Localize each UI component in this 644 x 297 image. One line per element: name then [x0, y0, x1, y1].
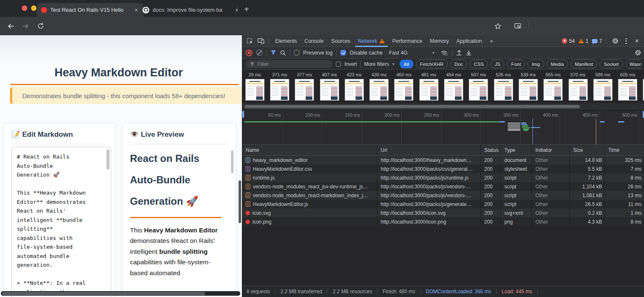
request-name-cell[interactable]: runtime.js — [242, 173, 377, 182]
request-size-cell[interactable]: 4.3 kB — [570, 217, 605, 226]
export-har-icon[interactable] — [466, 50, 472, 56]
filmstrip-frame[interactable]: 555 ms — [541, 70, 566, 101]
request-size-cell[interactable]: 1,081 kB — [570, 191, 605, 200]
request-name-cell[interactable]: icon.svg — [242, 208, 377, 217]
frame-screenshot[interactable] — [444, 79, 463, 101]
close-devtools-icon[interactable]: × — [632, 36, 642, 46]
filmstrip-frame[interactable]: 460 ms — [392, 70, 416, 101]
request-url-cell[interactable]: http://localhost:3000/icon.svg — [377, 208, 481, 217]
request-type-cell[interactable]: document — [501, 156, 532, 164]
filmstrip-frame[interactable]: 407 ms — [317, 70, 342, 101]
filmstrip-frame[interactable] — [640, 70, 644, 101]
request-initiator-cell[interactable]: Other — [532, 200, 570, 208]
more-filters-button[interactable]: More filters — [364, 61, 389, 67]
page-horizontal-scrollbar[interactable] — [1, 291, 240, 296]
request-type-cell[interactable]: script — [501, 191, 532, 200]
request-status-cell[interactable]: 200 — [481, 182, 501, 191]
request-initiator-cell[interactable]: Other — [532, 217, 570, 226]
filmstrip-frame[interactable]: 29 ms — [242, 70, 267, 101]
resource-type-chip[interactable]: All — [400, 60, 413, 68]
frame-screenshot[interactable] — [593, 79, 613, 101]
frame-screenshot[interactable] — [569, 79, 588, 101]
new-tab-button[interactable]: + — [242, 4, 252, 14]
chevron-down-icon[interactable]: ▾ — [432, 50, 434, 55]
request-status-cell[interactable]: 200 — [481, 156, 501, 164]
request-name-cell[interactable]: vendors-node_modules_react_jsx-dev-runti… — [242, 182, 377, 191]
search-icon[interactable] — [280, 50, 286, 56]
filmstrip-frame[interactable]: 570 ms — [566, 70, 590, 101]
request-initiator-cell[interactable]: Other — [532, 164, 570, 173]
devtools-menu-icon[interactable] — [621, 36, 631, 46]
request-time-cell[interactable]: 13 ms — [605, 191, 644, 200]
resource-type-chip[interactable]: Font — [507, 60, 525, 68]
frame-screenshot[interactable] — [494, 79, 513, 101]
request-type-cell[interactable]: stylesheet — [501, 164, 532, 173]
request-row[interactable]: vendors-node_modules_react_jsx-dev-runti… — [242, 182, 644, 191]
request-initiator-cell[interactable]: Other — [532, 182, 570, 191]
request-row[interactable]: HeavyMarkdownEditor.css http://localhost… — [242, 164, 644, 173]
network-conditions-icon[interactable] — [441, 50, 448, 56]
filmstrip-frame[interactable]: 439 ms — [366, 70, 391, 101]
request-time-cell[interactable]: 1 ms — [605, 208, 644, 217]
filmstrip-frame[interactable]: 494 ms — [441, 70, 466, 101]
clear-network-log-icon[interactable] — [256, 50, 262, 56]
request-initiator-cell[interactable]: Other — [532, 173, 570, 182]
frame-screenshot[interactable] — [345, 79, 364, 101]
resource-type-chip[interactable]: CSS — [470, 60, 488, 68]
request-size-cell[interactable]: 1,104 kB — [570, 182, 605, 191]
request-type-cell[interactable]: script — [501, 200, 532, 208]
filter-funnel-icon[interactable] — [270, 50, 276, 55]
bookmark-star-icon[interactable] — [492, 21, 503, 31]
request-url-cell[interactable]: http://localhost:3000/icon.png — [377, 217, 481, 226]
resource-type-chip[interactable]: Fetch/XHR — [416, 60, 448, 68]
request-name-cell[interactable]: HeavyMarkdownEditor.js — [242, 200, 377, 208]
minimize-window-icon[interactable] — [31, 5, 36, 11]
chevron-down-icon[interactable]: ▾ — [392, 62, 395, 66]
request-type-cell[interactable]: svg+xml — [501, 208, 532, 217]
frame-screenshot[interactable] — [295, 79, 314, 101]
request-row[interactable]: vendors-node_modules_react-markdown_inde… — [242, 191, 644, 200]
disable-cache-checkbox[interactable] — [340, 50, 346, 55]
request-type-cell[interactable]: script — [501, 173, 532, 182]
device-toolbar-icon[interactable] — [256, 36, 266, 46]
markdown-textarea[interactable]: # React on Rails Auto-Bundle Generation … — [11, 147, 111, 297]
error-count-badge[interactable]: ✕ 54 — [562, 38, 574, 44]
filmstrip-frame[interactable]: 377 ms — [292, 70, 317, 101]
browser-tab-active[interactable]: Test React On Rails V15 Hello × — [37, 3, 143, 17]
request-time-cell[interactable]: 8 ms — [605, 173, 644, 182]
request-initiator-cell[interactable]: Other — [532, 156, 570, 164]
throttling-select[interactable]: Fast 4G — [389, 50, 408, 56]
filmstrip-frame[interactable]: 371 ms — [267, 70, 292, 101]
request-initiator-cell[interactable]: Other — [532, 191, 570, 200]
devtools-tab[interactable]: Sources — [327, 35, 354, 47]
column-header[interactable]: Url — [377, 145, 481, 155]
column-header[interactable]: Time — [605, 145, 644, 155]
request-status-cell[interactable]: 200 — [481, 164, 501, 173]
request-time-cell[interactable]: 26 ms — [605, 182, 644, 191]
filmstrip-frame[interactable]: 539 ms — [516, 70, 540, 101]
column-header[interactable]: Type — [501, 145, 532, 155]
devtools-tab[interactable]: Console — [301, 35, 327, 47]
frame-screenshot[interactable] — [369, 79, 389, 101]
request-size-cell[interactable]: 0.2 kB — [570, 208, 605, 217]
column-header[interactable]: Name — [242, 145, 377, 155]
request-url-cell[interactable]: http://localhost:3000/packs/js/runtime.j… — [377, 173, 481, 182]
overview-left-handle[interactable] — [242, 111, 244, 118]
filmstrip-frame[interactable]: 526 ms — [491, 70, 516, 101]
request-initiator-cell[interactable]: Other — [532, 208, 570, 217]
devtools-settings-gear-icon[interactable] — [610, 36, 620, 46]
invert-checkbox[interactable] — [336, 62, 341, 67]
request-name-cell[interactable]: HeavyMarkdownEditor.css — [242, 164, 377, 173]
request-time-cell[interactable]: 325 ms — [605, 156, 644, 164]
request-name-cell[interactable]: icon.png — [242, 217, 377, 226]
frame-screenshot[interactable] — [519, 79, 538, 101]
request-type-cell[interactable]: png — [501, 217, 532, 226]
request-time-cell[interactable]: 11 ms — [605, 200, 644, 208]
request-url-cell[interactable]: http://localhost:3000/heavy_markdown… — [377, 156, 481, 164]
filter-input[interactable]: Filter — [246, 60, 332, 68]
import-har-icon[interactable] — [456, 50, 462, 56]
request-status-cell[interactable]: 200 — [481, 200, 501, 208]
forward-icon[interactable] — [20, 21, 31, 31]
request-type-cell[interactable]: script — [501, 182, 532, 191]
resource-type-chip[interactable]: Doc — [450, 60, 467, 68]
